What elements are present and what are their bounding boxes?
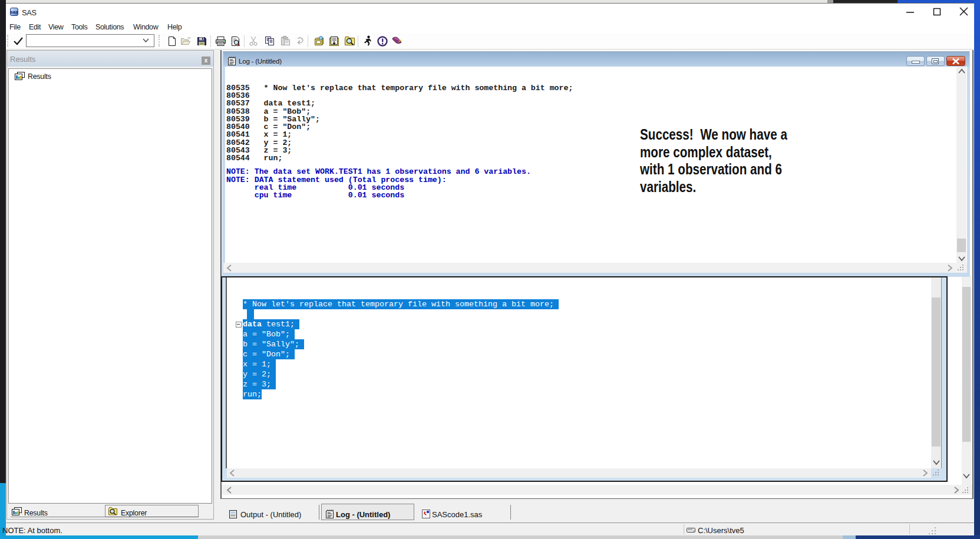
svg-text:sas: sas [10, 9, 18, 15]
